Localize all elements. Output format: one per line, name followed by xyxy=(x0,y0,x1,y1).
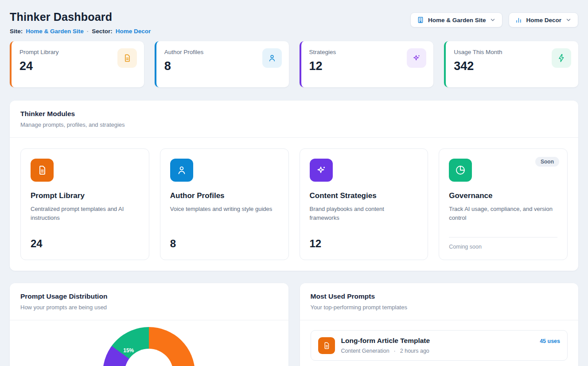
stat-card-prompt-library[interactable]: Prompt Library 24 xyxy=(10,41,144,87)
uses-badge: 45 uses xyxy=(540,338,560,344)
coming-soon-text: Coming soon xyxy=(449,237,557,250)
module-description: Brand playbooks and content frameworks xyxy=(310,205,414,222)
usage-panel-subtitle: How your prompts are being used xyxy=(20,304,278,311)
module-count: 8 xyxy=(170,238,279,250)
usage-donut[interactable]: 15% xyxy=(103,327,195,366)
usage-panel-title: Prompt Usage Distribution xyxy=(20,292,278,300)
bar-chart-icon xyxy=(515,17,522,23)
module-card-content-strategies[interactable]: Content Strategies Brand playbooks and c… xyxy=(300,148,428,260)
user-icon xyxy=(170,159,193,182)
module-card-governance[interactable]: Soon Governance Track AI usage, complian… xyxy=(439,148,568,260)
prompt-text-block: Long-form Article Template Content Gener… xyxy=(341,337,430,354)
prompt-category: Content Generation xyxy=(341,348,389,354)
donut-segment-label: 15% xyxy=(123,347,134,354)
header-left: Thinker Dashboard Site: Home & Garden Si… xyxy=(10,9,151,35)
building-icon xyxy=(417,16,424,23)
chevron-down-icon xyxy=(565,17,572,23)
sector-dropdown[interactable]: Home Decor xyxy=(509,12,578,27)
usage-distribution-panel: Prompt Usage Distribution How your promp… xyxy=(10,283,288,366)
breadcrumb: Site: Home & Garden Site · Sector: Home … xyxy=(10,28,151,35)
stat-card-author-profiles[interactable]: Author Profiles 8 xyxy=(155,41,289,87)
most-used-header: Most Used Prompts Your top-performing pr… xyxy=(300,283,579,320)
chevron-down-icon xyxy=(490,17,496,23)
header-actions: Home & Garden Site Home Decor xyxy=(410,12,578,27)
prompts-list: Long-form Article Template Content Gener… xyxy=(300,320,579,366)
sector-link[interactable]: Home Decor xyxy=(116,28,151,35)
soon-badge: Soon xyxy=(535,157,559,167)
module-description: Track AI usage, compliance, and version … xyxy=(449,205,553,222)
lightning-icon xyxy=(552,48,571,68)
site-dropdown[interactable]: Home & Garden Site xyxy=(410,12,503,27)
dashboard-page: Thinker Dashboard Site: Home & Garden Si… xyxy=(0,0,588,366)
site-link[interactable]: Home & Garden Site xyxy=(26,28,84,35)
pie-chart-icon xyxy=(449,159,472,182)
most-used-prompts-panel: Most Used Prompts Your top-performing pr… xyxy=(300,283,579,366)
module-description: Voice templates and writing style guides xyxy=(170,205,274,214)
prompt-meta: Content Generation · 2 hours ago xyxy=(341,348,430,354)
module-card-author-profiles[interactable]: Author Profiles Voice templates and writ… xyxy=(160,148,289,260)
thinker-modules-section: Thinker Modules Manage prompts, profiles… xyxy=(10,101,578,271)
module-description: Centralized prompt templates and AI inst… xyxy=(31,205,135,222)
module-title: Content Strategies xyxy=(310,191,418,200)
sparkle-star-icon xyxy=(310,159,333,182)
module-title: Prompt Library xyxy=(31,191,139,200)
site-label: Site: xyxy=(10,28,23,35)
stat-cards-row: Prompt Library 24 Author Profiles 8 Stra… xyxy=(10,41,578,87)
usage-panel-header: Prompt Usage Distribution How your promp… xyxy=(10,283,288,320)
most-used-title: Most Used Prompts xyxy=(311,292,568,300)
separator-dot: · xyxy=(394,348,396,354)
document-icon xyxy=(318,337,335,354)
document-icon xyxy=(31,159,54,182)
donut-chart-area: 15% xyxy=(10,320,288,366)
modules-subtitle: Manage prompts, profiles, and strategies xyxy=(20,121,568,128)
most-used-subtitle: Your top-performing prompt templates xyxy=(311,304,568,311)
stat-card-strategies[interactable]: Strategies 12 xyxy=(300,41,434,87)
bottom-row: Prompt Usage Distribution How your promp… xyxy=(10,283,578,366)
document-icon xyxy=(117,48,137,68)
module-count: 24 xyxy=(31,238,139,250)
module-count: 12 xyxy=(310,238,418,250)
module-title: Governance xyxy=(449,191,557,200)
module-title: Author Profiles xyxy=(170,191,279,200)
prompt-time: 2 hours ago xyxy=(400,348,429,354)
user-icon xyxy=(262,48,282,68)
list-item-prompt[interactable]: Long-form Article Template Content Gener… xyxy=(311,330,568,361)
prompt-title: Long-form Article Template xyxy=(341,337,430,345)
stat-card-usage[interactable]: Usage This Month 342 xyxy=(444,41,578,87)
sector-label: Sector: xyxy=(92,28,113,35)
modules-header: Thinker Modules Manage prompts, profiles… xyxy=(10,101,578,138)
modules-title: Thinker Modules xyxy=(20,110,568,118)
site-dropdown-label: Home & Garden Site xyxy=(428,17,486,23)
sparkle-star-icon xyxy=(407,48,426,68)
separator-dot: · xyxy=(87,28,89,35)
sector-dropdown-label: Home Decor xyxy=(526,17,561,23)
page-title: Thinker Dashboard xyxy=(10,11,151,23)
modules-grid: Prompt Library Centralized prompt templa… xyxy=(10,138,578,271)
module-card-prompt-library[interactable]: Prompt Library Centralized prompt templa… xyxy=(20,148,149,260)
top-bar: Thinker Dashboard Site: Home & Garden Si… xyxy=(10,9,578,35)
